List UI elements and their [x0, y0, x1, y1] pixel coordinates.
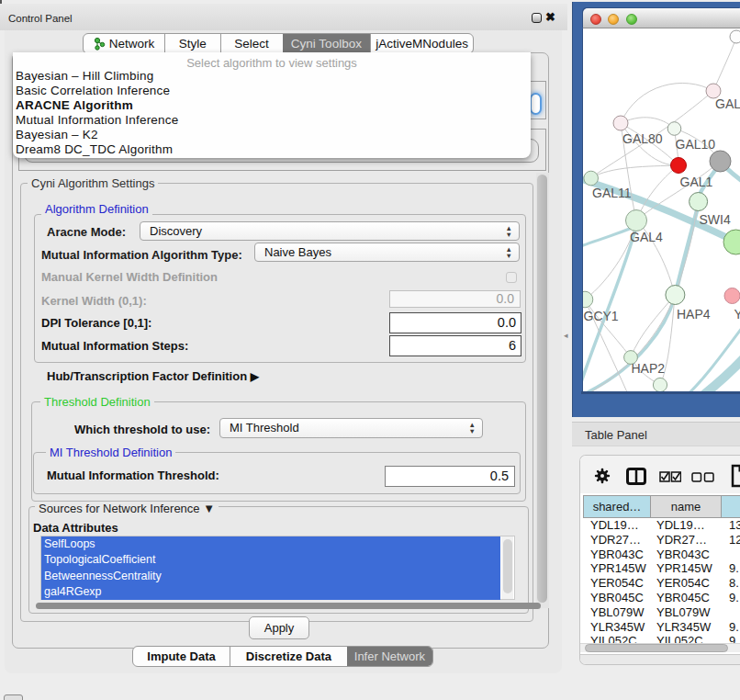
svg-text:GCY1: GCY1 [584, 309, 619, 323]
svg-text:HAP4: HAP4 [677, 307, 711, 322]
svg-text:GAL80: GAL80 [622, 131, 663, 146]
svg-text:GAL10: GAL10 [676, 137, 716, 152]
svg-text:Y: Y [734, 307, 740, 322]
svg-text:GAL4: GAL4 [630, 230, 663, 244]
svg-text:GAL: GAL [715, 96, 740, 111]
svg-text:GAL1: GAL1 [680, 175, 713, 189]
svg-text:GAL11: GAL11 [592, 186, 632, 200]
svg-text:SWI4: SWI4 [700, 212, 731, 227]
svg-text:HAP2: HAP2 [632, 361, 666, 376]
